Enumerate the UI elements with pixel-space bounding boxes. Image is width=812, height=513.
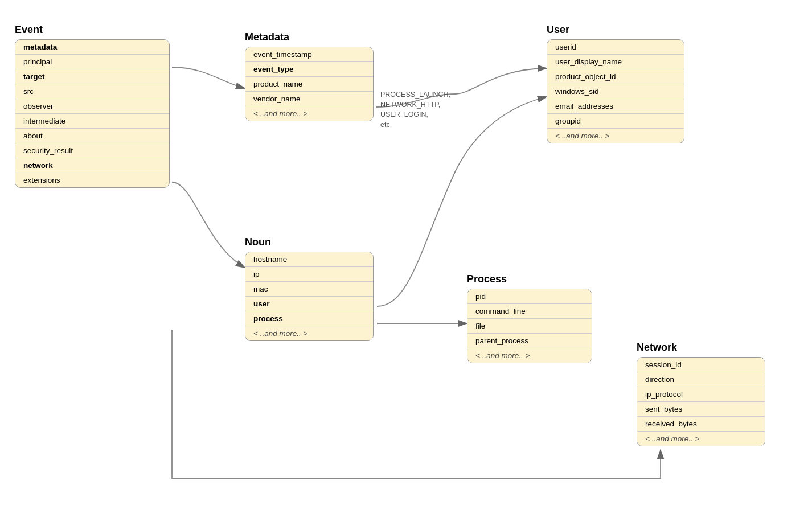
process-field-pid: pid — [467, 289, 592, 304]
process-field-file: file — [467, 319, 592, 334]
noun-field-ip: ip — [245, 267, 373, 282]
process-group: Process pid command_line file parent_pro… — [467, 273, 592, 363]
network-field-sent-bytes: sent_bytes — [637, 402, 765, 417]
noun-field-process: process — [245, 311, 373, 326]
metadata-field-product: product_name — [245, 77, 373, 92]
user-title: User — [547, 24, 684, 36]
user-field-email: email_addresses — [547, 99, 684, 114]
noun-field-hostname: hostname — [245, 252, 373, 267]
network-box: session_id direction ip_protocol sent_by… — [637, 357, 765, 446]
user-field-display-name: user_display_name — [547, 55, 684, 69]
process-field-parent: parent_process — [467, 334, 592, 348]
network-field-direction: direction — [637, 372, 765, 387]
event-field-observer: observer — [15, 99, 169, 114]
noun-field-more: < ..and more.. > — [245, 326, 373, 340]
event-field-network: network — [15, 158, 169, 173]
diagram: Event metadata principal target src obse… — [0, 0, 812, 513]
noun-group: Noun hostname ip mac user process < ..an… — [245, 236, 374, 341]
event-field-metadata: metadata — [15, 40, 169, 55]
event-field-security-result: security_result — [15, 143, 169, 158]
event-field-target: target — [15, 69, 169, 84]
event-field-src: src — [15, 84, 169, 99]
noun-title: Noun — [245, 236, 374, 248]
user-box: userid user_display_name product_object_… — [547, 39, 684, 143]
process-title: Process — [467, 273, 592, 285]
network-group: Network session_id direction ip_protocol… — [637, 342, 765, 446]
process-box: pid command_line file parent_process < .… — [467, 289, 592, 363]
metadata-field-timestamp: event_timestamp — [245, 47, 373, 62]
metadata-field-vendor: vendor_name — [245, 92, 373, 106]
event-field-about: about — [15, 129, 169, 143]
event-box: metadata principal target src observer i… — [15, 39, 170, 188]
event-type-label: PROCESS_LAUNCH,NETWORK_HTTP,USER_LOGIN,e… — [380, 90, 450, 130]
metadata-title: Metadata — [245, 31, 374, 43]
event-field-principal: principal — [15, 55, 169, 69]
user-field-product-object-id: product_object_id — [547, 69, 684, 84]
network-field-session-id: session_id — [637, 358, 765, 372]
noun-field-user: user — [245, 297, 373, 311]
noun-field-mac: mac — [245, 282, 373, 297]
event-field-intermediate: intermediate — [15, 114, 169, 129]
network-field-received-bytes: received_bytes — [637, 417, 765, 432]
network-field-more: < ..and more.. > — [637, 432, 765, 446]
user-field-userid: userid — [547, 40, 684, 55]
network-title: Network — [637, 342, 765, 354]
user-field-windows-sid: windows_sid — [547, 84, 684, 99]
event-title: Event — [15, 24, 170, 36]
metadata-box: event_timestamp event_type product_name … — [245, 47, 374, 121]
metadata-field-more: < ..and more.. > — [245, 106, 373, 121]
event-group: Event metadata principal target src obse… — [15, 24, 170, 188]
user-field-more: < ..and more.. > — [547, 129, 684, 143]
process-field-command-line: command_line — [467, 304, 592, 319]
process-field-more: < ..and more.. > — [467, 348, 592, 363]
user-group: User userid user_display_name product_ob… — [547, 24, 684, 143]
metadata-group: Metadata event_timestamp event_type prod… — [245, 31, 374, 121]
event-field-extensions: extensions — [15, 173, 169, 187]
noun-box: hostname ip mac user process < ..and mor… — [245, 252, 374, 341]
metadata-field-type: event_type — [245, 62, 373, 77]
user-field-groupid: groupid — [547, 114, 684, 129]
network-field-ip-protocol: ip_protocol — [637, 387, 765, 402]
